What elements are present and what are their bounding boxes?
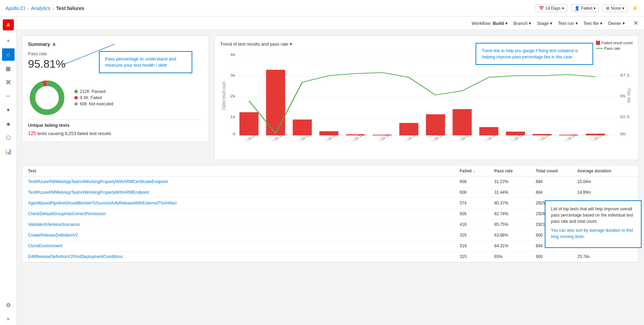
branch-label: Branch [513,21,527,26]
workflow-label: Workflow: [472,21,491,26]
breadcrumb-apolloci[interactable]: Apollo.CI [6,6,25,11]
test-passrate-1: 31.44% [494,190,536,195]
svg-text:97.5: 97.5 [620,74,630,77]
test-name-3[interactable]: CheckDefaultGroupHasCorrectPermission [28,211,460,216]
test-name-0[interactable]: TestIfAzureRMWebAppTaskV4WorkingProperly… [28,179,460,184]
chart-panel: Trend line to help you gauge if fixing t… [214,36,638,160]
days-filter-btn[interactable]: 📅 14 Days ▾ [536,4,567,12]
test-total-0: 884 [536,179,577,184]
sidebar-icon-test[interactable]: ✦ [2,104,15,116]
sidebar-icon-home[interactable]: ⌂ [2,48,15,61]
bar-7 [426,114,445,135]
donut-chart [28,79,66,117]
testrun-chevron: ▾ [576,21,578,26]
failed-count: 9.3K [80,95,89,100]
bar-8 [453,109,472,135]
user-icon: 👤 [574,6,580,11]
col-avg-duration[interactable]: Average duration [577,169,633,173]
legend-failed: 9.3K Failed [74,95,113,100]
sidebar-icon-analytics[interactable]: 📊 [2,145,15,157]
failed-filter-btn[interactable]: 👤 Failed ▾ [571,4,599,12]
chart-legend: Failed result count Pass rate [596,41,633,50]
sidebar-icon-settings-bottom[interactable]: ⚙ [2,299,15,311]
pass-rate-callout: Pass percentage to understand and measur… [99,51,192,73]
test-passrate-2: 80.37% [494,201,536,205]
test-failed-7: 315 [460,254,494,259]
svg-text:2018-10-21: 2018-10-21 [558,133,578,141]
calendar-icon: 📅 [539,6,544,11]
sidebar-icon-code[interactable]: ⌘ [2,76,15,88]
col-test[interactable]: Test [28,169,460,173]
table-section: List of top tests that will help improve… [22,165,638,262]
close-button[interactable]: ✕ [633,19,638,27]
test-duration-7: 25.74s [577,254,633,259]
test-duration-0: 15.04m [577,179,633,184]
sidebar-icon-board[interactable]: ▦ [2,62,15,75]
testfile-filter[interactable]: Test file ▾ [583,21,602,26]
bar-0 [239,112,258,135]
test-name-4[interactable]: ValidateAllJenkinsScenarios [28,222,460,227]
svg-text:2018-10-13: 2018-10-13 [344,133,364,141]
owner-chevron: ▾ [623,21,625,26]
none-filter-btn[interactable]: ⊞ None ▾ [603,4,627,12]
test-name-2[interactable]: AgentBasedPipelineShouldBeAbleToSuccessf… [28,201,460,205]
grid-icon: ⊞ [606,6,609,11]
svg-text:92.5: 92.5 [620,115,630,119]
filter-icon[interactable]: ⚡ [632,5,638,11]
breadcrumb-analytics[interactable]: Analytics [31,6,50,11]
failed-dot [74,96,78,99]
bar-6 [399,123,418,135]
test-total-1: 884 [536,190,577,195]
test-failed-2: 574 [460,201,494,205]
col-failed[interactable]: Failed ↓ [460,169,494,173]
sidebar-icon-deploy[interactable]: ◈ [2,117,15,130]
content-area: Summary ∧ Pass rate 95.81% [17,30,644,325]
sidebar-icon-pr[interactable]: ↔ [2,90,15,102]
branch-filter[interactable]: Branch ▾ [513,21,531,26]
pass-rate-section: Pass rate 95.81% Pass percentage to unde… [28,51,203,73]
testrun-filter[interactable]: Test run ▾ [558,21,578,26]
breadcrumb-test-failures: Test failures [56,6,84,11]
chart-failed-dot [596,41,600,45]
stage-filter[interactable]: Stage ▾ [537,21,552,26]
owner-filter[interactable]: Owner ▾ [608,21,625,26]
svg-text:0: 0 [233,132,236,136]
sidebar-icon-expand[interactable]: » [2,313,15,325]
stage-label: Stage [537,21,549,26]
chart-passrate-line [596,48,603,49]
main-content: Workflow: Build ▾ Branch ▾ Stage ▾ Test … [17,17,644,325]
days-label: 14 Days [545,6,561,11]
test-name-7[interactable]: EditReleaseDefinitionV2PostDeploymentCon… [28,254,460,259]
passed-label: Passed [92,89,105,94]
workflow-chevron: ▾ [505,21,508,26]
chart-legend-failed: Failed result count [596,41,633,45]
pass-rate-label: Pass rate [28,51,66,56]
sidebar: A ＋ ⌂ ▦ ⌘ ↔ ✦ ◈ ⬡ 📊 ⚙ » [0,17,17,325]
top-panels: Summary ∧ Pass rate 95.81% [22,36,638,160]
breadcrumb: Apollo.CI › Analytics › Test failures [6,6,84,11]
owner-label: Owner [608,21,621,26]
test-name-6[interactable]: CloneEnvironment [28,243,460,248]
workflow-filter[interactable]: Workflow: Build ▾ [472,21,508,26]
table-row: TestIfAzureRMWebAppTaskV4WorkingProperly… [22,187,638,198]
sidebar-icon-plus[interactable]: ＋ [2,35,15,47]
none-label: None [611,6,621,11]
testfile-label: Test file [583,21,599,26]
col-total[interactable]: Total count [536,169,577,173]
chevron-down-icon2: ▾ [594,6,596,11]
sidebar-icon-artifact[interactable]: ⬡ [2,131,15,144]
not-executed-label: Not executed [89,102,113,106]
svg-text:Failed result count: Failed result count [221,82,227,110]
svg-text:4k: 4k [230,53,236,57]
test-passrate-0: 31.22% [494,179,536,184]
chevron-down-icon: ▾ [562,6,564,11]
col-pass-rate[interactable]: Pass rate [494,169,536,173]
workflow-value: Build [493,21,504,26]
test-duration-1: 14.89m [577,190,633,195]
test-failed-1: 606 [460,190,494,195]
test-name-5[interactable]: CreateReleaseDefinitionV2 [28,233,460,238]
test-name-1[interactable]: TestIfAzureRMWebAppTaskV4WorkingProperly… [28,190,460,195]
breadcrumb-sep-2: › [53,6,54,11]
table-annotation: List of top tests that will help improve… [545,200,642,248]
chevron-down-icon3: ▾ [622,6,624,11]
